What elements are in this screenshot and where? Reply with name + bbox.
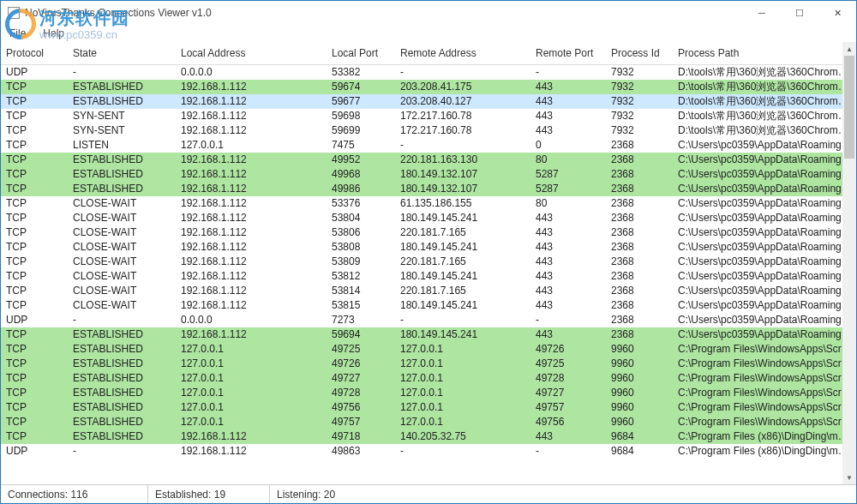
cell-lport: 53809: [327, 255, 395, 269]
col-process-id[interactable]: Process Id: [606, 42, 673, 65]
table-row[interactable]: TCPCLOSE-WAIT192.168.1.11253804180.149.1…: [1, 211, 856, 225]
cell-laddr: 192.168.1.112: [176, 284, 327, 298]
cell-path: C:\Program Files\WindowsApps\Screenovate…: [673, 357, 856, 371]
cell-proto: TCP: [1, 211, 68, 225]
table-row[interactable]: TCPLISTEN127.0.0.17475-02368C:\Users\pc0…: [1, 138, 856, 153]
col-local-address[interactable]: Local Address: [176, 42, 327, 65]
table-row[interactable]: TCPESTABLISHED127.0.0.149728127.0.0.1497…: [1, 386, 856, 400]
cell-rport: 443: [530, 211, 606, 225]
cell-rport: 443: [530, 123, 606, 138]
cell-proto: TCP: [1, 138, 68, 153]
cell-raddr: 172.217.160.78: [395, 109, 530, 123]
cell-raddr: 180.149.145.241: [395, 240, 530, 255]
col-remote-address[interactable]: Remote Address: [395, 42, 530, 65]
table-row[interactable]: TCPESTABLISHED127.0.0.149757127.0.0.1497…: [1, 415, 856, 429]
cell-rport: 443: [530, 269, 606, 284]
scroll-track[interactable]: [842, 56, 856, 471]
statusbar: Connections: 116 Established: 19 Listeni…: [1, 484, 856, 503]
connections-table-container: Protocol State Local Address Local Port …: [1, 42, 856, 484]
close-button[interactable]: ✕: [818, 1, 856, 25]
cell-lport: 49727: [327, 371, 395, 386]
col-process-path[interactable]: Process Path: [673, 42, 856, 65]
table-row[interactable]: TCPCLOSE-WAIT192.168.1.11253809220.181.7…: [1, 255, 856, 269]
table-row[interactable]: TCPCLOSE-WAIT192.168.1.11253814220.181.7…: [1, 284, 856, 298]
scroll-down-icon[interactable]: ▼: [842, 471, 856, 484]
table-row[interactable]: TCPESTABLISHED192.168.1.11249986180.149.…: [1, 182, 856, 196]
table-row[interactable]: TCPESTABLISHED192.168.1.11259694180.149.…: [1, 327, 856, 342]
cell-path: C:\Program Files\WindowsApps\Screenovate…: [673, 415, 856, 429]
table-row[interactable]: TCPCLOSE-WAIT192.168.1.11253808180.149.1…: [1, 240, 856, 255]
menu-file[interactable]: File: [6, 27, 29, 40]
cell-rport: 49726: [530, 342, 606, 357]
table-row[interactable]: TCPCLOSE-WAIT192.168.1.11253812180.149.1…: [1, 269, 856, 284]
table-row[interactable]: TCPESTABLISHED192.168.1.11259677203.208.…: [1, 94, 856, 109]
cell-state: ESTABLISHED: [68, 357, 176, 371]
connections-table: Protocol State Local Address Local Port …: [1, 42, 856, 459]
cell-rport: 443: [530, 80, 606, 94]
cell-raddr: -: [395, 138, 530, 153]
cell-state: -: [68, 65, 176, 81]
table-row[interactable]: TCPESTABLISHED192.168.1.11249968180.149.…: [1, 167, 856, 182]
cell-proto: UDP: [1, 65, 68, 81]
cell-laddr: 0.0.0.0: [176, 65, 327, 81]
cell-lport: 53376: [327, 196, 395, 211]
table-row[interactable]: TCPESTABLISHED127.0.0.149727127.0.0.1497…: [1, 371, 856, 386]
col-local-port[interactable]: Local Port: [327, 42, 395, 65]
cell-raddr: 220.181.7.165: [395, 255, 530, 269]
table-row[interactable]: UDP-0.0.0.07273--2368C:\Users\pc0359\App…: [1, 313, 856, 327]
status-connections: Connections: 116: [1, 485, 148, 503]
cell-raddr: 180.149.132.107: [395, 182, 530, 196]
table-row[interactable]: TCPESTABLISHED127.0.0.149726127.0.0.1497…: [1, 357, 856, 371]
cell-raddr: 61.135.186.155: [395, 196, 530, 211]
cell-raddr: 180.149.145.241: [395, 327, 530, 342]
cell-raddr: -: [395, 444, 530, 459]
menu-help[interactable]: Help: [39, 27, 68, 40]
cell-proto: TCP: [1, 357, 68, 371]
table-row[interactable]: TCPESTABLISHED192.168.1.11249952220.181.…: [1, 153, 856, 167]
scroll-up-icon[interactable]: ▲: [842, 42, 856, 56]
table-row[interactable]: UDP-0.0.0.053382--7932D:\tools\常用\360浏览器…: [1, 65, 856, 81]
cell-pid: 2368: [606, 182, 673, 196]
table-row[interactable]: TCPESTABLISHED192.168.1.11259674203.208.…: [1, 80, 856, 94]
scroll-thumb[interactable]: [844, 56, 854, 159]
cell-laddr: 127.0.0.1: [176, 386, 327, 400]
cell-pid: 9960: [606, 371, 673, 386]
table-row[interactable]: TCPESTABLISHED127.0.0.149725127.0.0.1497…: [1, 342, 856, 357]
col-remote-port[interactable]: Remote Port: [530, 42, 606, 65]
cell-pid: 2368: [606, 327, 673, 342]
table-row[interactable]: TCPCLOSE-WAIT192.168.1.11253806220.181.7…: [1, 225, 856, 240]
cell-path: C:\Users\pc0359\AppData\Roaming\baidu\Ba…: [673, 138, 856, 153]
cell-rport: -: [530, 313, 606, 327]
table-row[interactable]: TCPCLOSE-WAIT192.168.1.1125337661.135.18…: [1, 196, 856, 211]
cell-lport: 59699: [327, 123, 395, 138]
vertical-scrollbar[interactable]: ▲ ▼: [842, 42, 856, 484]
col-state[interactable]: State: [68, 42, 176, 65]
col-protocol[interactable]: Protocol: [1, 42, 68, 65]
cell-state: SYN-SENT: [68, 109, 176, 123]
table-row[interactable]: TCPESTABLISHED127.0.0.149756127.0.0.1497…: [1, 400, 856, 415]
cell-proto: UDP: [1, 444, 68, 459]
minimize-button[interactable]: ─: [743, 1, 781, 25]
cell-pid: 2368: [606, 153, 673, 167]
table-row[interactable]: TCPSYN-SENT192.168.1.11259698172.217.160…: [1, 109, 856, 123]
table-row[interactable]: TCPESTABLISHED192.168.1.11249718140.205.…: [1, 429, 856, 444]
table-row[interactable]: TCPCLOSE-WAIT192.168.1.11253815180.149.1…: [1, 298, 856, 313]
cell-path: C:\Users\pc0359\AppData\Roaming\baidu\Ba…: [673, 284, 856, 298]
table-row[interactable]: TCPSYN-SENT192.168.1.11259699172.217.160…: [1, 123, 856, 138]
cell-laddr: 192.168.1.112: [176, 80, 327, 94]
cell-rport: -: [530, 444, 606, 459]
maximize-button[interactable]: ☐: [781, 1, 818, 25]
titlebar[interactable]: NoVirusThanks Connections Viewer v1.0 ─ …: [1, 1, 856, 25]
cell-state: ESTABLISHED: [68, 94, 176, 109]
cell-rport: 443: [530, 429, 606, 444]
table-row[interactable]: UDP-192.168.1.11249863--9684C:\Program F…: [1, 444, 856, 459]
cell-lport: 7273: [327, 313, 395, 327]
cell-raddr: 180.149.145.241: [395, 298, 530, 313]
cell-pid: 9960: [606, 400, 673, 415]
cell-laddr: 0.0.0.0: [176, 313, 327, 327]
status-listening: Listening: 20: [270, 485, 856, 503]
cell-pid: 9960: [606, 357, 673, 371]
cell-raddr: 140.205.32.75: [395, 429, 530, 444]
cell-lport: 53812: [327, 269, 395, 284]
table-header-row: Protocol State Local Address Local Port …: [1, 42, 856, 65]
